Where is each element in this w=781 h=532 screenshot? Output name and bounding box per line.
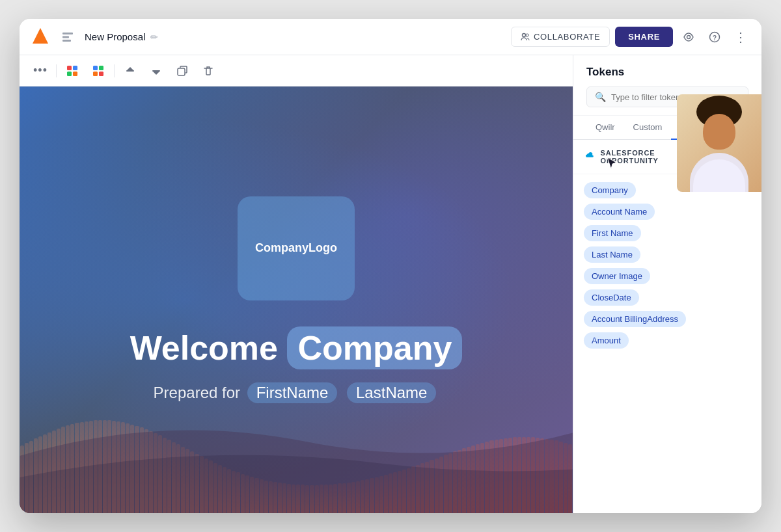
svg-rect-15 [99,72,103,76]
panel-header: Tokens 🔍 [573,55,761,116]
crm-label: SALESFORCE OPPORTUNITY [600,149,701,165]
tab-custom[interactable]: Custom [624,116,672,140]
duplicate-button[interactable] [172,60,193,81]
tab-qwilr[interactable]: Qwilr [586,116,624,140]
move-down-button[interactable] [146,60,167,81]
help-icon[interactable]: ? [704,27,725,47]
token-account-name[interactable]: Account Name [584,204,655,220]
preview-icon[interactable] [678,27,699,47]
color-picker-button[interactable] [62,60,83,81]
tokens-panel: Tokens 🔍 Qwilr Custom CRM [573,55,761,513]
doc-title: New Proposal [85,31,145,42]
svg-rect-13 [99,66,103,70]
token-first-name[interactable]: First Name [584,225,641,241]
search-icon: 🔍 [595,92,606,102]
svg-rect-10 [67,72,72,76]
editor-toolbar: ••• [20,55,573,86]
logo-text: CompanyLogo [255,241,337,255]
svg-rect-9 [73,66,77,70]
browser-window: New Proposal ✏ COLLABORATE SHARE [20,19,761,513]
token-last-name[interactable]: Last Name [584,246,640,263]
collaborate-label: COLLABORATE [534,32,600,42]
svg-rect-17 [152,70,160,72]
svg-rect-1 [62,36,69,38]
editor-canvas: ••• [20,55,573,513]
svg-rect-12 [93,66,98,70]
token-company[interactable]: Company [584,182,636,198]
share-button[interactable]: SHARE [615,27,673,47]
doc-title-area: New Proposal ✏ [85,31,503,42]
toolbar-divider-2 [114,64,115,77]
svg-point-3 [522,33,525,36]
collaborate-button[interactable]: COLLABORATE [511,27,610,47]
svg-text:?: ? [713,34,717,41]
svg-rect-2 [62,40,71,42]
app-logo [30,25,51,49]
welcome-text: Welcome Company [130,326,463,369]
top-bar: New Proposal ✏ COLLABORATE SHARE [20,19,761,55]
move-up-button[interactable] [120,60,141,81]
token-account-billing[interactable]: Account BillingAddress [584,311,686,327]
token-close-date[interactable]: CloseDate [584,289,639,306]
company-logo-placeholder: CompanyLogo [238,196,355,300]
edit-icon[interactable]: ✏ [150,32,158,42]
salesforce-icon [584,150,595,163]
svg-rect-11 [73,72,77,76]
token-owner-image[interactable]: Owner Image [584,268,650,284]
change-button[interactable]: CHANGE [701,150,751,164]
more-options-button[interactable]: ••• [30,60,51,81]
firstname-token-pill[interactable]: FirstName [247,382,338,403]
prepared-label: Prepared for [154,384,240,401]
company-token-pill[interactable]: Company [287,326,462,369]
main-area: ••• [20,55,761,513]
welcome-label: Welcome [130,329,278,367]
crm-source: SALESFORCE OPPORTUNITY [584,149,701,165]
svg-rect-0 [62,33,73,34]
crm-header: SALESFORCE OPPORTUNITY CHANGE [584,149,751,165]
token-list: Company Account Name First Name Last Nam… [573,174,761,513]
top-bar-right: COLLABORATE SHARE ? ⋮ [511,27,751,47]
search-input[interactable] [611,92,740,102]
svg-rect-16 [126,70,134,72]
svg-rect-8 [67,66,72,70]
slide-content: CompanyLogo Welcome Company Prepared for… [20,86,573,513]
svg-rect-14 [93,72,98,76]
svg-point-5 [687,35,691,38]
slide-area: CompanyLogo Welcome Company Prepared for… [20,86,573,513]
style-button[interactable] [88,60,109,81]
toolbar-divider [56,64,57,77]
lastname-token-pill[interactable]: LastName [347,382,436,403]
crm-section: SALESFORCE OPPORTUNITY CHANGE [573,140,761,174]
prepared-text: Prepared for FirstName LastName [154,382,439,403]
svg-rect-18 [178,68,185,75]
panel-title: Tokens [586,66,748,79]
panel-tabs: Qwilr Custom CRM [573,116,761,140]
delete-button[interactable] [198,60,219,81]
svg-point-4 [526,34,528,36]
sidebar-toggle[interactable] [59,28,77,46]
search-box[interactable]: 🔍 [586,86,748,107]
tab-crm[interactable]: CRM [671,116,709,140]
token-amount[interactable]: Amount [584,332,629,349]
more-options-icon[interactable]: ⋮ [730,27,751,47]
